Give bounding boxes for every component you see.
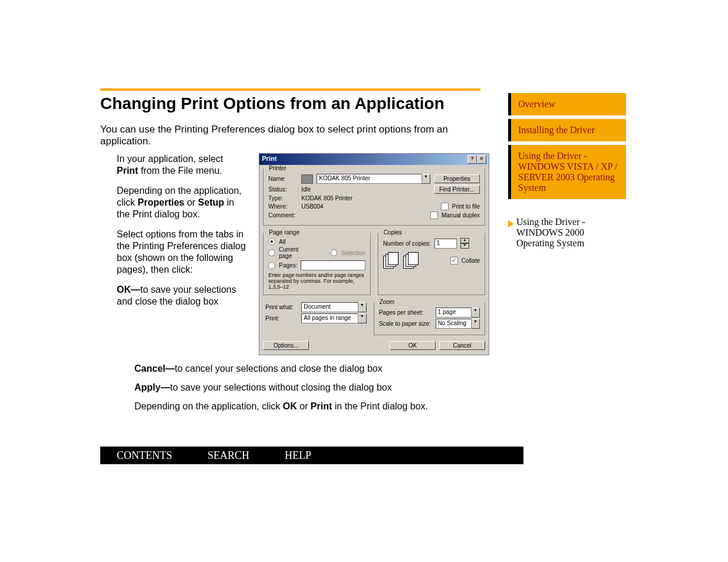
print-to-file-label: Print to file bbox=[452, 203, 480, 210]
copies-spinner[interactable]: ▲▼ bbox=[460, 238, 469, 249]
dialog-title: Print bbox=[262, 155, 276, 164]
footer-help[interactable]: HELP bbox=[285, 449, 311, 462]
chevron-down-icon[interactable]: ▼ bbox=[472, 319, 480, 329]
copies-legend: Copies bbox=[382, 229, 404, 236]
type-value: KODAK 805 Printer bbox=[301, 195, 353, 201]
current-page-radio[interactable] bbox=[268, 249, 275, 256]
collate-icons bbox=[383, 252, 417, 269]
apply-line: Apply—to save your selections without cl… bbox=[134, 382, 512, 393]
intro-text: You can use the Printing Preferences dia… bbox=[100, 124, 489, 147]
scale-label: Scale to paper size: bbox=[379, 320, 432, 327]
step-3: Select options from the tabs in the Prin… bbox=[117, 229, 246, 276]
accent-bar bbox=[100, 88, 480, 91]
print-range-dropdown[interactable]: All pages in range bbox=[301, 313, 358, 323]
step-1: In your application, select Print from t… bbox=[117, 153, 246, 177]
nav-overview[interactable]: Overview bbox=[508, 93, 626, 115]
nav-w2000[interactable]: Using the Driver - WINDOWS 2000 Operatin… bbox=[516, 217, 617, 249]
chevron-down-icon[interactable]: ▼ bbox=[422, 174, 430, 184]
collate-checkbox[interactable]: ✓ bbox=[450, 257, 458, 265]
titlebar-close-button[interactable]: × bbox=[477, 155, 486, 164]
print-what-dropdown[interactable]: Document bbox=[301, 302, 358, 312]
status-value: Idle bbox=[301, 186, 311, 193]
options-button[interactable]: Options... bbox=[263, 341, 309, 350]
ok-button[interactable]: OK bbox=[390, 341, 436, 350]
current-page-label: Current page bbox=[279, 246, 312, 259]
manual-duplex-label: Manual duplex bbox=[442, 212, 480, 219]
copies-group: Copies Number of copies: 1 ▲▼ ✓ Collat bbox=[378, 233, 485, 295]
printer-legend: Printer bbox=[267, 165, 288, 171]
arrow-right-icon bbox=[508, 220, 514, 227]
num-copies-input[interactable]: 1 bbox=[434, 239, 457, 249]
chevron-down-icon[interactable]: ▼ bbox=[358, 302, 367, 312]
pages-radio[interactable] bbox=[268, 262, 275, 269]
name-label: Name: bbox=[268, 176, 298, 182]
collate-label: Collate bbox=[462, 257, 480, 264]
chevron-down-icon[interactable]: ▼ bbox=[358, 313, 367, 323]
pages-per-sheet-label: Pages per sheet: bbox=[379, 309, 432, 316]
printer-name-dropdown[interactable]: KODAK 805 Printer bbox=[317, 174, 422, 184]
zoom-group: Zoom Pages per sheet: 1 page▼ Scale to p… bbox=[374, 302, 485, 335]
manual-duplex-checkbox[interactable] bbox=[430, 211, 438, 219]
type-label: Type: bbox=[268, 195, 298, 201]
print-dialog: Print ? × Printer Name: KODAK 805 Printe… bbox=[259, 153, 489, 355]
steps-column: In your application, select Print from t… bbox=[100, 153, 246, 316]
where-value: USB004 bbox=[301, 203, 323, 210]
print-label: Print: bbox=[265, 315, 298, 322]
page-range-legend: Page range bbox=[267, 229, 301, 236]
page-title: Changing Print Options from an Applicati… bbox=[100, 94, 489, 113]
footer-search[interactable]: SEARCH bbox=[207, 449, 249, 462]
final-line: Depending on the application, click OK o… bbox=[134, 401, 512, 412]
properties-button[interactable]: Properties bbox=[434, 174, 480, 183]
status-label: Status: bbox=[268, 186, 298, 193]
selection-label: Selection bbox=[341, 250, 365, 256]
titlebar-help-button[interactable]: ? bbox=[467, 155, 477, 164]
printer-group: Printer Name: KODAK 805 Printer ▼ Proper… bbox=[263, 168, 485, 226]
num-copies-label: Number of copies: bbox=[383, 240, 431, 247]
selection-radio bbox=[331, 249, 338, 256]
footer-bar: CONTENTS SEARCH HELP bbox=[100, 447, 523, 464]
all-radio[interactable] bbox=[268, 238, 275, 245]
page-range-group: Page range All Current page Selection Pa… bbox=[263, 233, 370, 295]
all-label: All bbox=[279, 239, 285, 245]
pages-per-sheet-dropdown[interactable]: 1 page bbox=[436, 308, 472, 318]
pages-hint: Enter page numbers and/or page ranges se… bbox=[268, 272, 365, 290]
pages-label: Pages: bbox=[279, 262, 297, 269]
toc-sidebar: Overview Installing the Driver Using the… bbox=[508, 93, 626, 249]
step-2: Depending on the application, click Prop… bbox=[117, 185, 246, 220]
dialog-titlebar: Print ? × bbox=[259, 154, 489, 165]
footer-contents[interactable]: CONTENTS bbox=[117, 449, 172, 462]
zoom-legend: Zoom bbox=[378, 299, 397, 305]
pages-input[interactable] bbox=[301, 260, 365, 270]
print-to-file-checkbox[interactable] bbox=[441, 203, 449, 210]
nav-current: Using the Driver - WINDOWS 2000 Operatin… bbox=[508, 217, 626, 249]
where-label: Where: bbox=[268, 203, 298, 210]
print-what-label: Print what: bbox=[265, 304, 298, 310]
scale-dropdown[interactable]: No Scaling bbox=[436, 319, 472, 329]
nav-vista[interactable]: Using the Driver - WINDOWS VISTA / XP / … bbox=[508, 145, 626, 199]
cancel-button[interactable]: Cancel bbox=[439, 341, 485, 350]
find-printer-button[interactable]: Find Printer... bbox=[434, 185, 480, 194]
nav-installing[interactable]: Installing the Driver bbox=[508, 119, 626, 141]
printer-icon bbox=[301, 174, 313, 184]
chevron-down-icon[interactable]: ▼ bbox=[472, 308, 480, 318]
step-4: OK—to save your selections and close the… bbox=[117, 284, 246, 308]
cancel-line: Cancel—to cancel your selections and clo… bbox=[134, 363, 512, 374]
comment-label: Comment: bbox=[268, 212, 298, 219]
